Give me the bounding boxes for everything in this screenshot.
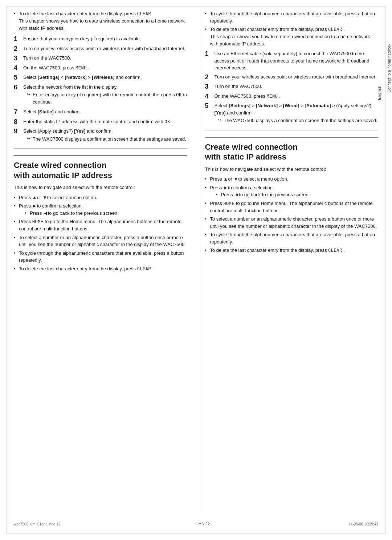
right-nav-bullets: Press ▲or ▼to select a menu option. Pres… [205,176,379,254]
right-intro-list: To cycle through the alphanumeric charac… [205,10,379,47]
right-step-num-1: 1 [205,50,212,58]
step-8: 8 Enter the static IP address with the r… [14,118,187,126]
left-section-subtitle: with automatic IP address [14,171,112,180]
right-step-4: 4 On the WAC7500, press MENU . [205,93,379,101]
step-7: 7 Select [Static] and confirm. [14,108,187,116]
right-step-num-2: 2 [205,73,212,81]
step-num-5: 5 [14,74,20,82]
right-step-content-2: Turn on your wireless access point or wi… [215,73,379,81]
nav-bullet-5: To cycle through the alphanumeric charac… [14,250,187,264]
step-content-8: Enter the static IP address with the rem… [23,118,187,125]
right-step-num-4: 4 [205,93,212,101]
right-step-num-3: 3 [205,83,212,91]
right-intro-bullet-2: To delete the last character entry from … [205,26,379,47]
step-4: 4 On the WAC7500, press MENU . [14,64,187,72]
step-6-sub-item: Enter encryption key (if required) with … [28,91,187,106]
side-tab: English Connect to a home network [377,44,385,100]
right-nav-bullet-2-sub: Press ◄to go back to the previous screen… [210,191,379,198]
right-section-title: Create wired connection [205,142,298,152]
step-content-9: Select (Apply settings?) [Yes] and confi… [23,128,187,143]
step-content-1: Ensure that your encryption key (if requ… [23,35,187,43]
page-content: To delete the last character entry from … [14,10,378,526]
right-nav-bullet-4: To select a number or an alphanumeric ch… [205,215,379,230]
clear-key-1: CLEAR [137,12,151,17]
step-num-6: 6 [14,84,20,92]
right-step-5-sub-item: The WAC7500 displays a confirmation scre… [219,117,379,124]
nav-bullet-2-sub: Press ◄to go back to the previous screen… [19,210,187,217]
left-section-title: Create wired connection [14,161,107,170]
step-5: 5 Select [Settings] < [Network] > [Wirel… [14,74,187,82]
right-divider [205,130,379,130]
right-step-content-5: Select [Settings] > [Network] > [Wired] … [215,102,379,125]
col-left: To delete the last character entry from … [14,10,190,515]
right-nav-bullet-5: To cycle through the alphanumeric charac… [205,231,379,245]
footer-date: 14-08-08 16:29:43 [348,522,378,526]
right-step-2: 2 Turn on your wireless access point or … [205,73,379,81]
step-num-2: 2 [14,45,20,53]
menu-key-1: MENU [75,66,87,71]
step-1: 1 Ensure that your encryption key (if re… [14,35,187,43]
right-step-content-4: On the WAC7500, press MENU . [215,93,379,100]
left-steps-list: 1 Ensure that your encryption key (if re… [14,35,187,143]
left-nav-bullets: Press ▲or ▼to select a menu option. Pres… [14,194,187,273]
step-num-3: 3 [14,55,20,63]
two-col-layout: To delete the last character entry from … [14,10,378,515]
left-section-header: Create wired connection with automatic I… [14,155,187,180]
home-key-1: HOME [32,219,44,225]
step-3: 3 Turn on the WAC7500. [14,55,187,63]
ok-key-1: OK [176,93,181,98]
step-6-sub: Enter encryption key (if required) with … [23,91,187,106]
step-9-sub-item: The WAC7500 displays a confirmation scre… [28,136,187,143]
step-num-9: 9 [14,128,20,136]
left-section-intro: This is how to navigate and select with … [14,184,187,191]
step-content-5: Select [Settings] < [Network] > [Wireles… [23,74,187,81]
step-2: 2 Turn on your wireless access point or … [14,45,187,53]
right-nav-bullet-2-sub-item: Press ◄to go back to the previous screen… [216,191,379,198]
right-step-1: 1 Use an Ethernet cable (sold separately… [205,50,379,72]
step-num-8: 8 [14,118,20,126]
page-footer: wac7500_um_01eng.indd 12 EN 12 14-08-08 … [14,519,378,526]
step-content-2: Turn on your wireless access point or wi… [23,45,187,52]
side-tab-connect-label: Connect to a home network [387,44,391,93]
right-nav-bullet-1: Press ▲or ▼to select a menu option. [205,176,379,183]
menu-key-r1: MENU [267,94,278,99]
nav-bullet-1: Press ▲or ▼to select a menu option. [14,194,187,201]
right-step-3: 3 Turn on the WAC7500. [205,83,379,91]
right-step-5-sub: The WAC7500 displays a confirmation scre… [215,117,379,124]
step-9: 9 Select (Apply settings?) [Yes] and con… [14,128,187,143]
step-num-7: 7 [14,108,20,116]
nav-bullet-2: Press ►to confirm a selection. Press ◄to… [14,202,187,217]
ok-key-2: OK [164,120,170,125]
clear-key-r2: CLEAR [328,248,342,253]
nav-bullet-6: To delete the last character entry from … [14,265,187,273]
step-content-7: Select [Static] and confirm. [23,108,187,116]
right-intro-bullet-1: To cycle through the alphanumeric charac… [205,10,379,24]
step-num-1: 1 [14,35,20,43]
step-6: 6 Select the network from the list in th… [14,84,187,106]
step-num-4: 4 [14,64,20,72]
nav-bullet-2-sub-item: Press ◄to go back to the previous screen… [25,210,187,217]
home-key-r1: HOME [223,201,234,206]
nav-bullet-4: To select a number or an alphanumeric ch… [14,234,187,248]
step-content-4: On the WAC7500, press MENU . [23,64,187,72]
right-section-intro: This is how to navigate and select with … [205,166,379,173]
intro-bullet-1: To delete the last character entry from … [14,10,187,32]
right-step-num-5: 5 [205,102,212,110]
right-nav-bullet-6: To delete the last character entry from … [205,247,379,254]
clear-key-r1: CLEAR [328,27,342,32]
col-right: To cycle through the alphanumeric charac… [202,10,379,515]
right-step-content-1: Use an Ethernet cable (sold separately) … [215,50,379,72]
intro-top-list: To delete the last character entry from … [14,10,187,32]
right-section-header: Create wired connection with static IP a… [205,137,379,162]
right-step-5: 5 Select [Settings] > [Network] > [Wired… [205,102,379,125]
step-9-sub: The WAC7500 displays a confirmation scre… [23,136,187,143]
footer-file: wac7500_um_01eng.indd 12 [14,522,60,526]
footer-page-num: EN 12 [199,521,211,526]
nav-bullet-3: Press HOME to go to the Home menu. The a… [14,218,187,233]
right-nav-bullet-3: Press HOME to go to the Home menu. The a… [205,200,379,214]
step-content-3: Turn on the WAC7500. [23,55,187,62]
step-content-6: Select the network from the list in the … [23,84,187,106]
left-divider [14,148,187,149]
right-steps-list: 1 Use an Ethernet cable (sold separately… [205,50,379,125]
right-section-subtitle: with static IP address [205,152,287,161]
